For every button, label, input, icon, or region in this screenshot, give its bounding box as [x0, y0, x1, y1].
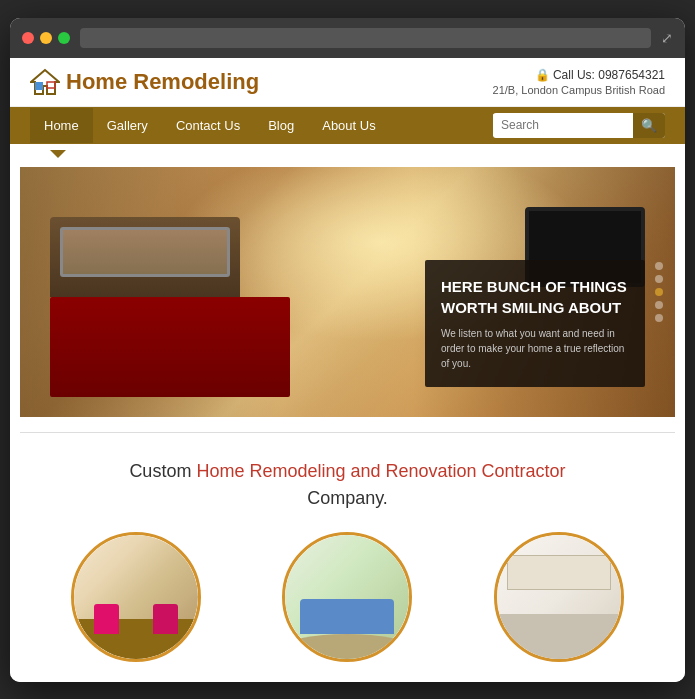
hero-section: HERE BUNCH OF THINGS WORTH SMILING ABOUT…	[20, 167, 675, 417]
hero-dot-4[interactable]	[655, 301, 663, 309]
circle-1-image	[74, 535, 198, 659]
svg-rect-2	[47, 82, 55, 88]
search-button[interactable]: 🔍	[633, 113, 665, 138]
c2-sofa	[300, 599, 394, 634]
browser-chrome: ⤢	[10, 18, 685, 58]
divider	[20, 432, 675, 433]
phone-number: Call Us: 0987654321	[553, 68, 665, 82]
tagline-highlight: Home Remodeling and Renovation Contracto…	[196, 461, 565, 481]
address: 21/B, London Campus British Road	[493, 84, 665, 96]
c3-cabinet	[507, 555, 611, 590]
tagline-part2: Company.	[307, 488, 388, 508]
contact-phone: 🔒 Call Us: 0987654321	[493, 68, 665, 82]
circle-living-room[interactable]	[71, 532, 201, 662]
nav-active-indicator	[10, 144, 685, 162]
headboard-shelf	[60, 227, 230, 277]
hero-textbox: HERE BUNCH OF THINGS WORTH SMILING ABOUT…	[425, 260, 645, 387]
nav-home[interactable]: Home	[30, 108, 93, 143]
browser-window: ⤢ Home Remodeling 🔒 Call Us: 0987654321	[10, 18, 685, 682]
logo-text: Home Remodeling	[66, 69, 259, 95]
close-button[interactable]	[22, 32, 34, 44]
traffic-lights	[22, 32, 70, 44]
hero-dot-5[interactable]	[655, 314, 663, 322]
hero-subtitle: We listen to what you want and need in o…	[441, 326, 629, 371]
hero-dot-3[interactable]	[655, 288, 663, 296]
hero-dot-2[interactable]	[655, 275, 663, 283]
circle-sofa-room[interactable]	[282, 532, 412, 662]
site-header: Home Remodeling 🔒 Call Us: 0987654321 21…	[10, 58, 685, 107]
circle-kitchen[interactable]	[494, 532, 624, 662]
contact-info: 🔒 Call Us: 0987654321 21/B, London Campu…	[493, 68, 665, 96]
nav-wrapper: Home Gallery Contact Us Blog About Us 🔍	[10, 107, 685, 162]
maximize-button[interactable]	[58, 32, 70, 44]
tagline-text: Custom Home Remodeling and Renovation Co…	[50, 458, 645, 512]
nav-bar: Home Gallery Contact Us Blog About Us 🔍	[10, 107, 685, 144]
tagline-section: Custom Home Remodeling and Renovation Co…	[10, 448, 685, 532]
c1-floor	[74, 619, 198, 659]
logo-suffix: Remodeling	[127, 69, 259, 94]
hero-dots	[655, 262, 663, 322]
minimize-button[interactable]	[40, 32, 52, 44]
hero-title: HERE BUNCH OF THINGS WORTH SMILING ABOUT	[441, 276, 629, 318]
logo-home: Home	[66, 69, 127, 94]
logo-icon	[30, 68, 60, 96]
website-content: Home Remodeling 🔒 Call Us: 0987654321 21…	[10, 58, 685, 682]
search-input[interactable]	[493, 114, 633, 136]
nav-blog[interactable]: Blog	[254, 108, 308, 143]
svg-rect-1	[35, 82, 43, 90]
circle-2-image	[285, 535, 409, 659]
nav-links: Home Gallery Contact Us Blog About Us	[30, 108, 493, 143]
nav-search: 🔍	[493, 113, 665, 138]
address-bar[interactable]	[80, 28, 651, 48]
c2-floor	[285, 634, 409, 659]
tagline-part1: Custom	[129, 461, 196, 481]
c1-chair1	[94, 604, 119, 634]
c3-counter	[497, 614, 621, 659]
bed-body	[50, 297, 290, 397]
circle-3-image	[497, 535, 621, 659]
circles-section	[10, 532, 685, 682]
headboard	[50, 217, 240, 297]
expand-icon[interactable]: ⤢	[661, 30, 673, 46]
c1-chair2	[153, 604, 178, 634]
phone-icon: 🔒	[535, 68, 550, 82]
nav-contact[interactable]: Contact Us	[162, 108, 254, 143]
logo-area: Home Remodeling	[30, 68, 259, 96]
nav-about[interactable]: About Us	[308, 108, 389, 143]
nav-gallery[interactable]: Gallery	[93, 108, 162, 143]
hero-dot-1[interactable]	[655, 262, 663, 270]
